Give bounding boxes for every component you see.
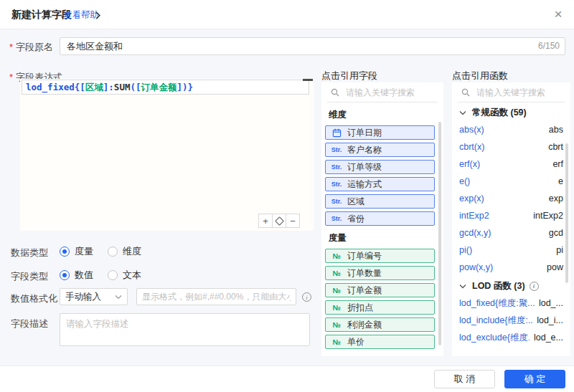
fields-panel: 维度订单日期Str.客户名称Str.订单等级Str.运输方式Str.区域Str.… xyxy=(321,82,443,356)
plus-icon: + xyxy=(263,216,268,226)
string-type-icon: Str. xyxy=(326,181,347,188)
close-icon[interactable]: × xyxy=(550,6,567,23)
field-chip-dimension[interactable]: 订单日期 xyxy=(325,125,435,140)
cancel-button[interactable]: 取 消 xyxy=(434,370,495,388)
code-token: 区域 xyxy=(85,82,103,92)
function-item[interactable]: lod_exclude{维度...lod_e... xyxy=(452,329,570,346)
function-alias: abs xyxy=(549,125,563,135)
string-type-icon: Str. xyxy=(326,146,347,153)
field-chip-dimension[interactable]: Str.区域 xyxy=(325,194,435,209)
search-icon xyxy=(331,88,339,97)
field-type-option-数值[interactable]: 数值 xyxy=(60,269,93,282)
field-chip-dimension[interactable]: Str.省份 xyxy=(325,211,435,226)
function-name: lod_include{维度:... xyxy=(459,315,532,327)
field-type-options: 数值文本 xyxy=(60,269,156,282)
minus-icon: − xyxy=(290,216,296,226)
function-item[interactable]: abs(x)abs xyxy=(452,121,570,138)
diamond-icon xyxy=(275,216,284,226)
functions-panel-scrollbar[interactable] xyxy=(565,143,568,283)
function-name: intExp2 xyxy=(459,211,489,221)
char-counter: 6/150 xyxy=(538,41,560,51)
zoom-out-button[interactable]: − xyxy=(286,214,300,228)
function-alias: erf xyxy=(552,159,563,169)
function-item[interactable]: lod_include{维度:...lod_i... xyxy=(452,312,570,329)
functions-search xyxy=(458,82,565,102)
code-token: 订单金额 xyxy=(141,82,177,92)
field-chip-label: 订单编号 xyxy=(347,250,382,262)
function-alias: e xyxy=(558,176,563,186)
function-name: erf(x) xyxy=(459,159,480,169)
field-chip-measure[interactable]: №折扣点 xyxy=(325,300,435,315)
fields-panel-title: 点击引用字段 xyxy=(321,70,377,82)
field-chip-measure[interactable]: №订单数量 xyxy=(325,266,435,280)
function-group-label: 常规函数 (59) xyxy=(472,107,527,119)
radio-icon[interactable] xyxy=(108,247,118,257)
field-chip-measure[interactable]: №单价 xyxy=(325,335,435,349)
required-asterisk: * xyxy=(9,72,13,82)
field-chip-dimension[interactable]: Str.运输方式 xyxy=(325,177,435,191)
number-format-select-value: 手动输入 xyxy=(65,291,101,303)
number-type-icon: № xyxy=(326,304,347,312)
number-type-icon: № xyxy=(326,321,347,329)
field-chip-label: 省份 xyxy=(347,213,364,225)
function-name: pow(x,y) xyxy=(459,262,493,272)
function-item[interactable]: exp(x)exp xyxy=(452,190,570,207)
field-chip-measure[interactable]: №订单编号 xyxy=(325,249,435,263)
radio-label: 数值 xyxy=(75,269,93,282)
chevron-down-icon xyxy=(459,281,472,291)
field-chip-label: 订单数量 xyxy=(347,267,382,279)
function-item[interactable]: intExp2intExp2 xyxy=(452,207,570,224)
data-type-option-度量[interactable]: 度量 xyxy=(60,245,93,258)
calendar-icon xyxy=(332,128,342,138)
radio-icon[interactable] xyxy=(60,270,70,280)
editor-scrollbar-thumb[interactable] xyxy=(303,79,313,81)
fields-panel-scrollbar[interactable] xyxy=(438,122,441,345)
code-token: ([ xyxy=(130,82,141,92)
number-format-select[interactable]: 手动输入 xyxy=(60,288,128,305)
help-link[interactable]: 查看帮助 xyxy=(63,9,99,21)
ok-button[interactable]: 确 定 xyxy=(504,370,565,388)
function-name: pi() xyxy=(459,245,472,255)
function-item[interactable]: e()e xyxy=(452,173,570,190)
info-icon[interactable]: i xyxy=(530,282,539,291)
number-type-icon: № xyxy=(326,338,347,346)
function-item[interactable]: pow(x,y)pow xyxy=(452,259,570,276)
functions-search-input[interactable] xyxy=(475,87,565,98)
data-type-option-维度[interactable]: 维度 xyxy=(108,245,141,258)
radio-icon[interactable] xyxy=(108,270,118,280)
field-chip-dimension[interactable]: Str.客户名称 xyxy=(325,143,435,157)
code-token: lod_fixed xyxy=(26,82,75,92)
number-format-input[interactable] xyxy=(136,288,296,305)
field-type-label: 字段类型 xyxy=(11,270,48,283)
field-chip-measure[interactable]: №订单金额 xyxy=(325,283,435,297)
code-token: ]: xyxy=(103,82,114,92)
field-type-option-文本[interactable]: 文本 xyxy=(108,269,141,282)
radio-icon[interactable] xyxy=(60,247,70,257)
field-chip-measure[interactable]: №利润金额 xyxy=(325,317,435,332)
function-item[interactable]: erf(x)erf xyxy=(452,156,570,173)
description-textarea[interactable] xyxy=(60,313,310,346)
zoom-in-button[interactable]: + xyxy=(258,214,273,228)
code-line[interactable]: lod_fixed{[区域]:SUM([订单金额])} xyxy=(26,81,193,93)
chevron-right-icon[interactable] xyxy=(95,11,101,21)
number-format-label: 数值格式化 xyxy=(11,292,57,305)
function-group-header[interactable]: LOD 函数 (3)i xyxy=(452,277,570,295)
field-name-label: *字段原名 xyxy=(9,41,53,54)
field-name-input[interactable] xyxy=(60,37,565,55)
field-name-input-wrap: 6/150 xyxy=(60,37,565,55)
function-item[interactable]: pi()pi xyxy=(452,242,570,259)
field-chip-label: 利润金额 xyxy=(347,319,382,331)
fields-search-input[interactable] xyxy=(344,87,438,98)
function-alias: pi xyxy=(556,245,563,255)
field-chip-dimension[interactable]: Str.订单等级 xyxy=(325,160,435,174)
function-group-header[interactable]: 常规函数 (59) xyxy=(452,104,570,121)
function-name: gcd(x,y) xyxy=(459,228,491,238)
function-item[interactable]: gcd(x,y)gcd xyxy=(452,224,570,242)
function-item[interactable]: cbrt(x)cbrt xyxy=(452,138,570,156)
function-item[interactable]: lod_fixed{维度:聚...lod_... xyxy=(452,295,570,312)
fields-section-header: 度量 xyxy=(329,232,443,244)
info-icon[interactable]: i xyxy=(302,292,311,302)
field-chip-label: 订单日期 xyxy=(347,127,382,139)
fit-center-button[interactable] xyxy=(272,214,286,228)
expression-editor[interactable]: lod_fixed{[区域]:SUM([订单金额])} + − xyxy=(20,79,314,231)
